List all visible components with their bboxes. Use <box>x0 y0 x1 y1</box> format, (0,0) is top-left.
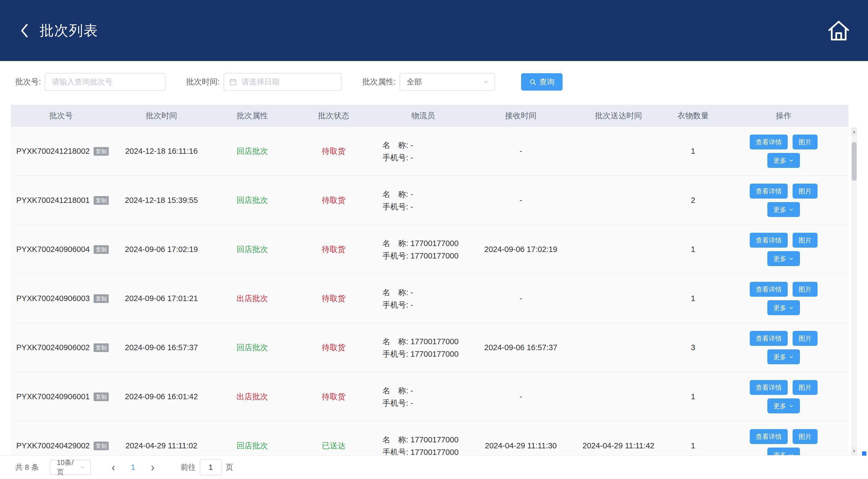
more-button-label: 更多 <box>773 205 786 214</box>
goto-page-input[interactable] <box>199 459 222 476</box>
image-button[interactable]: 图片 <box>793 134 817 150</box>
courier-phone-label: 手机号: <box>382 153 408 162</box>
more-button[interactable]: 更多 <box>767 349 800 364</box>
courier-cell: 名 称: 17700177000 手机号: 17700177000 <box>374 335 472 360</box>
batch-attr-select[interactable]: 全部 <box>400 73 495 91</box>
view-detail-button[interactable]: 查看详情 <box>750 184 788 198</box>
copy-button[interactable]: 复制 <box>94 196 109 205</box>
current-page[interactable]: 1 <box>127 463 139 472</box>
prev-page-button[interactable]: ‹ <box>109 462 118 473</box>
courier-cell: 名 称: 17700177000 手机号: 17700177000 <box>374 237 472 262</box>
courier-name: 17700177000 <box>410 337 458 346</box>
view-detail-button[interactable]: 查看详情 <box>750 429 788 444</box>
home-button[interactable] <box>826 18 852 44</box>
batch-attr: 回店批次 <box>212 244 293 255</box>
courier-phone-label: 手机号: <box>382 350 408 358</box>
more-button[interactable]: 更多 <box>767 251 800 266</box>
courier-name-label: 名 称: <box>382 337 408 346</box>
chevron-down-icon <box>80 465 86 470</box>
view-detail-button[interactable]: 查看详情 <box>750 282 788 297</box>
copy-button[interactable]: 复制 <box>94 245 109 254</box>
view-detail-button[interactable]: 查看详情 <box>750 134 788 150</box>
courier-name: - <box>410 190 413 198</box>
batch-table: 批次号 批次时间 批次属性 批次状态 物流员 接收时间 批次送达时间 衣物数量 … <box>11 105 848 456</box>
batch-attr-value: 全部 <box>407 77 422 87</box>
filter-bar: 批次号: 批次时间: 批次属性: 全部 查询 <box>0 72 868 91</box>
image-button[interactable]: 图片 <box>793 331 817 346</box>
table-row: PYXK700241218002 复制 2024-12-18 16:11:16 … <box>11 127 848 176</box>
search-button[interactable]: 查询 <box>521 73 563 91</box>
batch-status: 已送达 <box>293 441 374 451</box>
copy-button[interactable]: 复制 <box>94 442 109 450</box>
app-header: 批次列表 <box>0 0 868 61</box>
receive-time: 2024-04-29 11:11:30 <box>472 441 569 450</box>
clothes-qty: 1 <box>667 294 719 303</box>
chevron-down-icon <box>788 256 794 261</box>
scroll-up-icon[interactable]: ▲ <box>851 127 857 136</box>
scrollbar-track[interactable] <box>851 136 857 447</box>
batch-status: 待取货 <box>293 293 374 304</box>
batch-status: 待取货 <box>293 195 374 206</box>
batch-no-input[interactable] <box>45 73 165 91</box>
batch-attr: 回店批次 <box>212 441 293 451</box>
image-button[interactable]: 图片 <box>793 233 817 248</box>
page-title: 批次列表 <box>40 21 98 40</box>
view-detail-button[interactable]: 查看详情 <box>750 233 788 248</box>
chevron-down-icon <box>788 305 794 311</box>
table-row: PYXK700240906002 复制 2024-09-06 16:57:37 … <box>11 323 848 373</box>
col-qty: 衣物数量 <box>667 110 719 121</box>
col-batch-time: 批次时间 <box>111 110 212 121</box>
view-detail-button[interactable]: 查看详情 <box>750 331 788 346</box>
courier-phone-label: 手机号: <box>382 202 408 211</box>
copy-button[interactable]: 复制 <box>94 392 109 401</box>
batch-time: 2024-09-06 16:01:42 <box>111 392 212 401</box>
more-button[interactable]: 更多 <box>767 398 800 413</box>
copy-button[interactable]: 复制 <box>94 147 109 156</box>
actions-cell: 查看详情 图片 更多 <box>719 233 848 266</box>
batch-time: 2024-09-06 16:57:37 <box>111 343 212 352</box>
col-batch-attr: 批次属性 <box>212 110 293 121</box>
copy-button[interactable]: 复制 <box>94 343 109 352</box>
total-count: 共 8 条 <box>15 462 39 473</box>
chevron-down-icon <box>788 158 794 163</box>
courier-cell: 名 称: - 手机号: - <box>374 188 472 213</box>
image-button[interactable]: 图片 <box>793 282 817 297</box>
view-detail-button[interactable]: 查看详情 <box>750 380 788 395</box>
next-page-button[interactable]: › <box>148 462 157 473</box>
more-button[interactable]: 更多 <box>767 153 800 168</box>
batch-attr: 回店批次 <box>212 195 293 206</box>
courier-phone: 17700177000 <box>410 350 458 358</box>
search-button-label: 查询 <box>539 77 554 87</box>
image-button[interactable]: 图片 <box>793 184 817 198</box>
vertical-scrollbar[interactable]: ▲ ▼ <box>851 127 857 455</box>
batch-no: PYXK700241218002 <box>16 147 90 156</box>
actions-cell: 查看详情 图片 更多 <box>719 380 848 413</box>
courier-phone-label: 手机号: <box>382 300 408 309</box>
more-button[interactable]: 更多 <box>767 202 800 217</box>
more-button[interactable]: 更多 <box>767 300 800 315</box>
pagination-bar: 共 8 条 10条/页 ‹ 1 › 前往 页 <box>0 455 868 479</box>
back-button[interactable] <box>16 20 33 41</box>
receive-time: - <box>472 196 569 205</box>
batch-no: PYXK700240906001 <box>16 392 90 401</box>
table-header: 批次号 批次时间 批次属性 批次状态 物流员 接收时间 批次送达时间 衣物数量 … <box>11 105 848 127</box>
batch-attr: 出店批次 <box>212 293 293 304</box>
clothes-qty: 3 <box>667 343 719 352</box>
table-row: PYXK700240906001 复制 2024-09-06 16:01:42 … <box>11 373 848 421</box>
more-button-label: 更多 <box>773 254 786 263</box>
more-button[interactable]: 更多 <box>767 448 800 456</box>
image-button[interactable]: 图片 <box>793 380 817 395</box>
table-row: PYXK700240429002 复制 2024-04-29 11:11:02 … <box>11 421 848 456</box>
batch-time-input[interactable] <box>241 77 336 87</box>
copy-button[interactable]: 复制 <box>94 294 109 303</box>
courier-name-label: 名 称: <box>382 141 408 150</box>
scrollbar-thumb[interactable] <box>852 142 857 181</box>
batch-attr: 出店批次 <box>212 391 293 402</box>
receive-time: - <box>472 294 569 303</box>
batch-no: PYXK700240429002 <box>16 441 90 450</box>
image-button[interactable]: 图片 <box>793 429 817 444</box>
page-size-select[interactable]: 10条/页 <box>50 460 91 475</box>
batch-time-picker[interactable] <box>223 73 341 91</box>
clothes-qty: 1 <box>667 392 719 401</box>
scroll-down-icon[interactable]: ▼ <box>851 447 857 455</box>
